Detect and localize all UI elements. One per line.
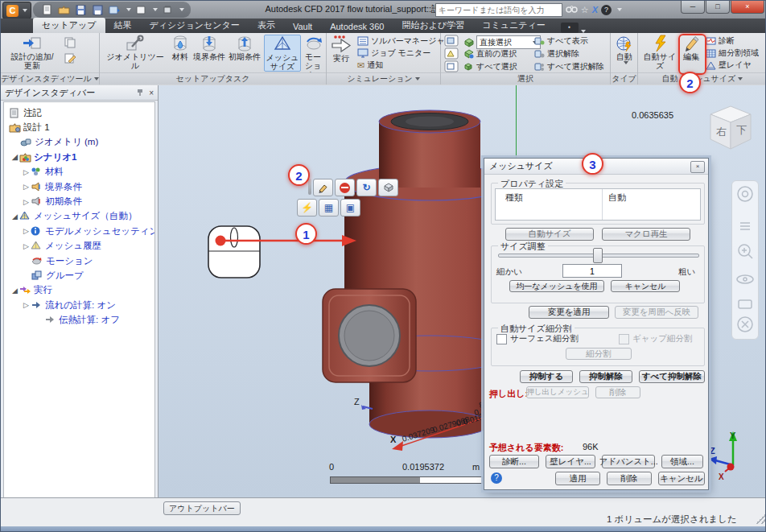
tree-collapsed-caret[interactable]: ▷ [22,301,31,309]
close-button[interactable]: × [731,1,764,14]
add-update-design-button[interactable]: 設計の追加/更新 [7,35,57,70]
tree-collapsed-caret[interactable]: ▷ [22,183,31,191]
run-button[interactable]: 実行 [329,35,353,63]
viewcube-face-right[interactable]: 右 [716,126,727,138]
extrude-mesh-button[interactable]: 押し出しメッシュ [526,386,589,398]
direct-select-dropdown[interactable]: 直接選択 [476,35,541,49]
tree-collapsed-caret[interactable]: ▷ [22,227,31,235]
search-input[interactable] [435,3,562,17]
image-tool-button[interactable]: ▣ [340,199,360,217]
macro-replay-button[interactable]: マクロ再生 [602,228,690,241]
dialog-apply-button[interactable]: 適用 [555,472,600,485]
screen-capture-icon[interactable]: ▪ [561,23,579,33]
viewcube-face-down[interactable]: 下 [736,124,747,136]
tree-expanded-caret[interactable]: ◢ [10,287,19,295]
auto-size-button[interactable]: 自動サイズ [641,35,678,70]
dialog-help-icon[interactable]: ? [491,472,502,484]
tree-collapsed-caret[interactable]: ▷ [22,242,31,250]
advanced-button[interactable]: アドバンスト... [602,455,655,468]
tab-getting-started[interactable]: 開始および学習 [393,18,473,33]
maximize-button[interactable]: □ [706,1,730,14]
clone-design-button[interactable] [64,36,76,52]
size-value-input[interactable] [562,264,622,278]
group-label[interactable]: デザインスタディツール [1,72,99,85]
search-binoculars-icon[interactable] [566,2,578,17]
show-all-item[interactable]: すべて表示 [534,35,588,47]
spread-changes-button[interactable]: 変更を周囲へ反映 [615,306,698,319]
refine-button[interactable]: 細分割 [566,348,632,360]
uniform-mesh-button[interactable]: 均一なメッシュを使用 [509,280,604,292]
deselect-all-item[interactable]: すべて選択解除 [534,61,604,72]
group-label[interactable]: シミュレーション [327,72,440,85]
look-at-icon[interactable] [739,300,752,308]
initial-conditions-button[interactable]: 初期条件 [228,35,262,61]
wall-layer-item[interactable]: 壁レイヤ [706,60,752,71]
tree-item-motion[interactable]: モーション [4,254,154,268]
boundary-conditions-button[interactable]: 境界条件 [192,35,226,61]
dialog-cancel-button[interactable]: キャンセル [658,472,705,485]
tree-item-geometry[interactable]: ジオメトリ (m) [4,135,154,150]
region-button[interactable]: 領域... [661,455,703,468]
tree-item-run[interactable]: ◢ 実行 [4,283,154,298]
property-value[interactable]: 自動 [608,192,626,204]
pin-icon[interactable] [136,88,145,98]
apply-changes-button[interactable]: 変更を適用 [529,306,609,319]
suppress-button[interactable]: 抑制する [520,370,573,383]
slider-handle[interactable] [593,248,603,263]
stop-tool-button[interactable] [335,179,355,196]
favorites-star-icon[interactable]: ☆ [581,5,589,15]
grid-tool-button[interactable]: ▦ [319,199,339,217]
tree-item-flow-calc[interactable]: ▷ 流れの計算: オン [4,298,154,312]
gap-refine-checkbox[interactable]: ギャップ細分割 [619,333,692,344]
tree-expanded-caret[interactable]: ◢ [10,153,19,161]
tab-vault[interactable]: Vault [284,20,321,33]
unsuppress-all-button[interactable]: すべて抑制解除 [639,370,705,383]
tree-item-mesh-history[interactable]: ▷ メッシュ履歴 [4,239,154,254]
tab-setup[interactable]: セットアップ [33,18,105,33]
previous-selection-item[interactable]: 直前の選択 [463,48,517,60]
geometry-tools-button[interactable]: ジオメトリツール [103,35,167,70]
tree-item-mesh-size[interactable]: ◢ メッシュサイズ（自動） [4,209,154,224]
minimize-button[interactable]: ─ [681,1,705,14]
size-cancel-button[interactable]: キャンセル [611,280,680,292]
tree-collapsed-caret[interactable]: ▷ [22,168,31,176]
tree-item-groups[interactable]: グループ [4,268,154,282]
unsuppress-button[interactable]: 抑制解除 [579,370,632,383]
dialog-delete-button[interactable]: 削除 [607,472,652,485]
tree-item-boundary[interactable]: ▷ 境界条件 [4,179,154,194]
edit-tool-button[interactable] [313,179,333,196]
tree-item-materials[interactable]: ▷ 材料 [4,165,154,179]
auto-size-dialog-button[interactable]: 自動サイズ [505,228,594,241]
job-monitor-item[interactable]: ジョブ モニター [357,47,430,59]
deselect-item[interactable]: 選択解除 [534,48,579,60]
tab-decision-center[interactable]: ディシジョンセンター [141,18,249,33]
notification-item[interactable]: ✉ 通知 [357,60,383,71]
tree-item-initial[interactable]: ▷ 初期条件 [4,194,154,208]
view-cube[interactable]: 右 下 [706,103,756,153]
tree-item-notes[interactable]: 注記 [4,105,154,120]
exchange-apps-icon[interactable]: X [592,5,598,14]
extrude-delete-button[interactable]: 削除 [595,386,640,398]
toolbar-grip[interactable] [308,179,311,195]
tab-results[interactable]: 結果 [105,18,141,33]
mesh-size-dialog[interactable]: メッシュサイズ × プロパティ設定 種類 自動 自動サイズ マクロ再生 サイズ調… [484,158,709,490]
output-bar-tab[interactable]: アウトプットバー [163,501,241,515]
tree-collapsed-caret[interactable]: ▷ [22,198,31,206]
autosize-tool-button[interactable]: ⚡ [297,199,317,217]
tree-expanded-caret[interactable]: ◢ [10,212,19,221]
diagnostics-button[interactable]: 診断... [489,455,539,468]
tab-autodesk360[interactable]: Autodesk 360 [321,20,393,33]
select-all-item[interactable]: すべて選択 [463,61,517,72]
orbit-icon[interactable] [737,275,753,283]
help-icon[interactable]: ? [601,5,612,15]
steering-wheel-icon[interactable] [738,187,752,201]
tree-item-scenario1[interactable]: ◢ シナリオ1 [4,150,154,164]
materials-button[interactable]: 材料 [170,35,191,61]
diagnostics-item[interactable]: 診断 [706,35,735,47]
auto-type-button[interactable]: 自動 [612,35,636,64]
mesh-size-button[interactable]: メッシュサイズ [264,35,301,72]
cube-tool-button[interactable] [378,179,398,196]
pan-icon[interactable] [740,223,750,229]
surface-refine-checkbox[interactable]: サーフェス細分割 [496,333,579,344]
panel-close-icon[interactable]: × [149,89,154,97]
